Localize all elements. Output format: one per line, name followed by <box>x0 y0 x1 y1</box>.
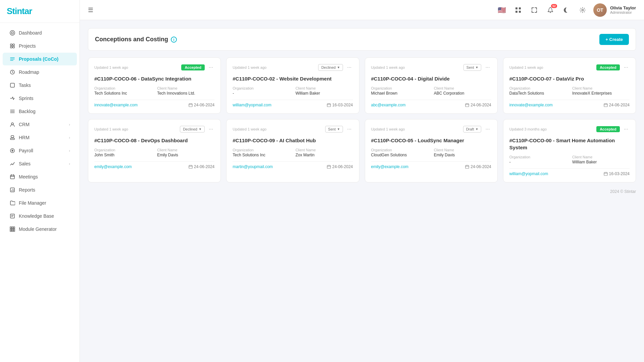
proposal-card-2[interactable]: Updated 1 week ago Declined ▼ ··· #C110P… <box>226 57 359 114</box>
card-email[interactable]: emily@example.com <box>371 164 409 169</box>
card-title: #C110P-COCO-04 - Digital Divide <box>371 75 491 82</box>
sidebar-item-meetings[interactable]: Meetings <box>3 170 77 183</box>
card-more-button[interactable]: ··· <box>623 64 630 71</box>
card-more-button[interactable]: ··· <box>623 125 630 133</box>
settings-icon[interactable] <box>577 5 588 15</box>
user-details: Olivia Taylor Administrator <box>610 5 636 14</box>
info-icon[interactable]: i <box>171 37 177 43</box>
expand-icon[interactable] <box>529 5 540 15</box>
card-more-button[interactable]: ··· <box>346 125 353 133</box>
reports-nav-label: Reports <box>19 187 35 193</box>
sidebar-item-roadmap[interactable]: Roadmap <box>3 66 77 79</box>
card-updated: Updated 1 week ago <box>233 65 266 69</box>
sidebar-item-backlog[interactable]: Backlog <box>3 105 77 118</box>
sidebar-item-module-generator[interactable]: Module Generator <box>3 223 77 236</box>
card-more-button[interactable]: ··· <box>207 64 214 71</box>
org-value: John Smith <box>94 153 152 157</box>
org-label: Organization <box>371 86 429 90</box>
card-email[interactable]: emily@example.com <box>94 164 132 169</box>
card-fields: Organization CloudGen Solutions Client N… <box>371 148 491 157</box>
menu-toggle[interactable]: ☰ <box>88 6 93 14</box>
sidebar-item-hrm[interactable]: HRM› <box>3 131 77 144</box>
create-button[interactable]: + Create <box>599 34 629 45</box>
user-profile[interactable]: OT Olivia Taylor Administrator <box>593 3 636 17</box>
sprints-nav-icon <box>9 95 15 101</box>
tasks-nav-icon <box>9 82 15 88</box>
status-badge[interactable]: Sent ▼ <box>463 64 482 71</box>
card-footer: william@yopmail.com 16-03-2024 <box>509 168 630 176</box>
svg-point-27 <box>550 12 551 13</box>
module-generator-nav-icon <box>9 226 15 232</box>
client-field: Client Name ABC Corporation <box>434 86 491 96</box>
sidebar-item-file-manager[interactable]: File Manager <box>3 197 77 209</box>
proposal-card-6[interactable]: Updated 1 week ago Sent ▼ ··· #C110P-COC… <box>226 119 359 183</box>
org-label: Organization <box>94 86 152 90</box>
proposal-card-7[interactable]: Updated 1 week ago Draft ▼ ··· #C110P-CO… <box>365 119 498 183</box>
svg-rect-12 <box>10 175 14 179</box>
user-role: Administrator <box>610 10 636 14</box>
header: ☰ 🇺🇸 52 OT <box>80 0 644 20</box>
svg-rect-36 <box>604 172 607 175</box>
status-badge[interactable]: Draft ▼ <box>463 126 482 133</box>
card-updated: Updated 1 week ago <box>371 127 405 131</box>
svg-point-1 <box>10 31 15 35</box>
proposal-card-4[interactable]: Updated 1 week ago Accepted ··· #C110P-C… <box>503 57 636 114</box>
card-header-right: Declined ▼ ··· <box>318 64 353 71</box>
card-more-button[interactable]: ··· <box>346 64 353 71</box>
org-field: Organization John Smith <box>94 148 152 157</box>
sidebar-item-sales[interactable]: Sales› <box>3 157 77 170</box>
svg-rect-35 <box>465 165 469 168</box>
client-value: ABC Corporation <box>434 91 491 96</box>
client-value: Tech Innovations Ltd. <box>157 91 214 96</box>
svg-rect-10 <box>11 136 14 138</box>
card-email[interactable]: william@yopmail.com <box>509 171 548 176</box>
card-more-button[interactable]: ··· <box>484 64 491 71</box>
status-badge[interactable]: Declined ▼ <box>318 64 343 71</box>
client-value: InnovateX Enterprises <box>572 91 630 96</box>
card-more-button[interactable]: ··· <box>207 125 214 133</box>
svg-rect-15 <box>12 227 13 228</box>
client-value: William Baker <box>295 91 353 96</box>
card-header: Updated 3 months ago Accepted ··· <box>509 125 630 133</box>
sidebar-item-crm[interactable]: CRM› <box>3 118 77 131</box>
sidebar-item-dashboard[interactable]: Dashboard <box>3 27 77 39</box>
card-email[interactable]: martin@youpmail.com <box>233 164 273 169</box>
proposal-card-3[interactable]: Updated 1 week ago Sent ▼ ··· #C110P-COC… <box>365 57 498 114</box>
card-email[interactable]: innovate@example.com <box>509 103 553 107</box>
svg-rect-30 <box>327 104 331 107</box>
dashboard-nav-icon <box>9 30 15 36</box>
card-footer: emily@example.com 24-06-2024 <box>371 161 491 169</box>
sidebar-item-projects[interactable]: Projects <box>3 40 77 52</box>
theme-icon[interactable] <box>561 5 572 15</box>
card-footer: abc@example.com 24-06-2024 <box>371 100 491 107</box>
svg-rect-2 <box>10 44 12 46</box>
reports-nav-icon <box>9 187 15 193</box>
card-email[interactable]: william@yopmail.com <box>233 103 271 107</box>
org-label: Organization <box>233 86 290 90</box>
sidebar-item-proposals[interactable]: Proposals (CoCo) <box>3 53 77 65</box>
file-manager-nav-icon <box>9 200 15 206</box>
card-email[interactable]: abc@example.com <box>371 103 406 107</box>
sidebar-item-reports[interactable]: Reports <box>3 184 77 196</box>
sidebar-item-tasks[interactable]: Tasks <box>3 79 77 92</box>
card-fields: Organization DataTech Solutions Client N… <box>509 86 630 96</box>
proposal-card-5[interactable]: Updated 1 week ago Declined ▼ ··· #C110P… <box>88 119 221 183</box>
apps-icon[interactable] <box>513 5 524 15</box>
card-footer: martin@youpmail.com 24-06-2024 <box>233 161 353 169</box>
sidebar-item-knowledge-base[interactable]: Knowledge Base <box>3 210 77 222</box>
sprints-nav-label: Sprints <box>19 96 34 101</box>
card-header: Updated 1 week ago Accepted ··· <box>94 64 214 71</box>
notifications-icon[interactable]: 52 <box>545 5 556 15</box>
card-more-button[interactable]: ··· <box>484 125 491 133</box>
sidebar-item-payroll[interactable]: Payroll› <box>3 144 77 157</box>
sidebar-item-sprints[interactable]: Sprints <box>3 92 77 105</box>
status-badge[interactable]: Sent ▼ <box>325 126 343 133</box>
card-fields: Organization Tech Solutions Inc Client N… <box>94 86 214 96</box>
proposal-card-1[interactable]: Updated 1 week ago Accepted ··· #C110P-C… <box>88 57 221 114</box>
org-value: - <box>509 160 567 164</box>
status-badge[interactable]: Declined ▼ <box>180 126 205 133</box>
sales-chevron-icon: › <box>69 162 70 166</box>
proposal-card-8[interactable]: Updated 3 months ago Accepted ··· #C110P… <box>503 119 636 183</box>
flag-icon[interactable]: 🇺🇸 <box>497 5 507 15</box>
card-email[interactable]: innovate@example.com <box>94 103 138 107</box>
